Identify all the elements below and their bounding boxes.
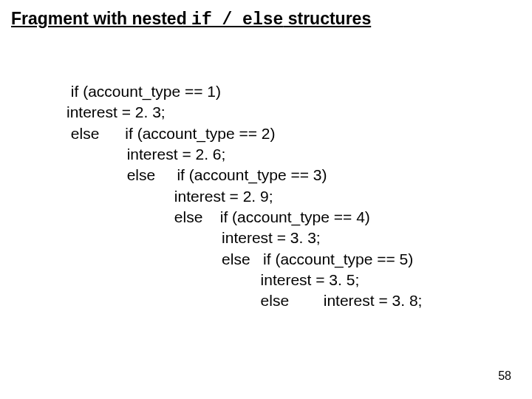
code-line-4: interest = 2. 6; <box>66 146 225 163</box>
code-block: if (account_type == 1) interest = 2. 3; … <box>66 81 422 312</box>
code-line-10: interest = 3. 5; <box>66 271 359 288</box>
code-line-3: else if (account_type == 2) <box>66 125 276 142</box>
title-mono: if / else <box>191 10 283 30</box>
code-line-8: interest = 3. 3; <box>66 229 321 246</box>
code-line-11: else interest = 3. 8; <box>66 292 422 309</box>
page-number: 58 <box>498 369 511 383</box>
title-part2: structures <box>283 9 371 28</box>
code-line-2: interest = 2. 3; <box>66 103 166 120</box>
code-line-5: else if (account_type == 3) <box>66 166 327 183</box>
code-line-6: interest = 2. 9; <box>66 188 273 205</box>
slide: Fragment with nested if / else structure… <box>0 0 532 399</box>
title-part1: Fragment with nested <box>11 9 191 28</box>
code-line-9: else if (account_type == 5) <box>66 250 413 267</box>
code-line-7: else if (account_type == 4) <box>66 208 370 225</box>
code-line-1: if (account_type == 1) <box>66 83 221 100</box>
slide-title: Fragment with nested if / else structure… <box>11 9 371 30</box>
